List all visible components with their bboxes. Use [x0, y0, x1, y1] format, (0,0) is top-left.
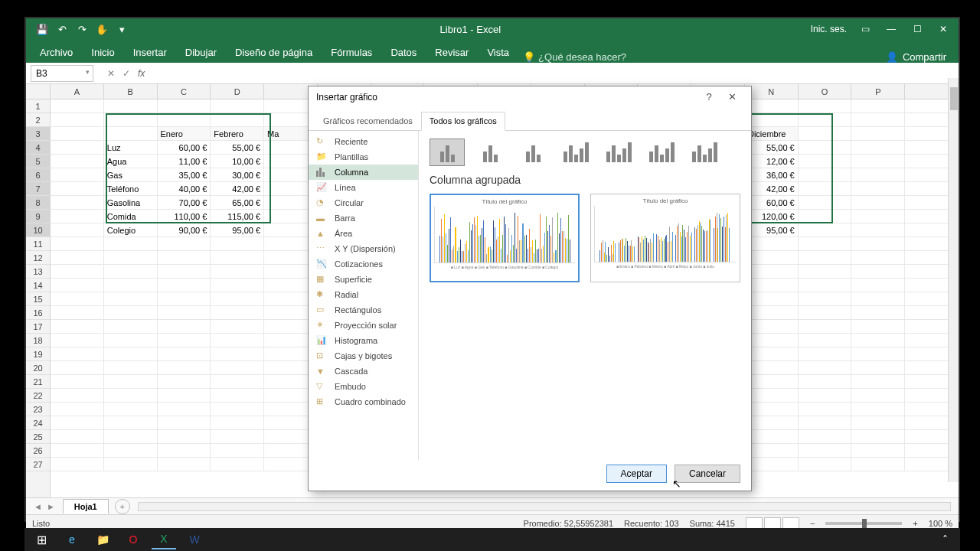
cell[interactable]	[211, 292, 264, 306]
category-proyeccinsolar[interactable]: ☀Proyección solar	[309, 318, 418, 333]
cell[interactable]	[104, 279, 158, 292]
cell[interactable]	[211, 458, 264, 471]
cell[interactable]	[799, 458, 852, 471]
row-header[interactable]: 20	[26, 361, 50, 375]
cell[interactable]	[51, 430, 104, 444]
cell[interactable]	[799, 251, 852, 265]
cell[interactable]	[51, 458, 104, 471]
category-rectngulos[interactable]: ▭Rectángulos	[309, 302, 418, 318]
cell[interactable]	[799, 347, 852, 361]
cell[interactable]	[51, 403, 104, 416]
cell[interactable]	[158, 375, 211, 389]
column-header[interactable]: B	[104, 84, 158, 99]
cell[interactable]	[851, 279, 905, 292]
cell[interactable]	[745, 237, 799, 251]
cell[interactable]	[799, 416, 852, 430]
row-header[interactable]: 3	[26, 127, 50, 141]
cell[interactable]	[799, 403, 852, 416]
cell[interactable]	[104, 320, 158, 334]
cell[interactable]	[51, 347, 104, 361]
cell[interactable]	[211, 320, 264, 334]
zoom-out-icon[interactable]: −	[810, 519, 815, 528]
tab-datos[interactable]: Datos	[381, 42, 426, 63]
cell[interactable]	[745, 430, 799, 444]
row-header[interactable]: 12	[26, 251, 50, 265]
category-circular[interactable]: ◔Circular	[309, 195, 418, 210]
column-subtype-1[interactable]	[472, 139, 508, 166]
cell[interactable]: 95,00 €	[211, 223, 264, 237]
cell[interactable]	[799, 265, 852, 279]
accept-formula-icon[interactable]: ✓	[122, 68, 130, 79]
column-header[interactable]: N	[745, 84, 799, 99]
cell[interactable]	[104, 403, 158, 416]
cell[interactable]	[799, 223, 852, 237]
row-header[interactable]: 10	[26, 223, 50, 237]
cell[interactable]: 95,00 €	[745, 223, 799, 237]
cell[interactable]	[851, 306, 905, 320]
row-header[interactable]: 26	[26, 444, 50, 458]
cell[interactable]	[799, 237, 852, 251]
cell[interactable]	[51, 210, 104, 223]
cell[interactable]	[799, 99, 852, 113]
cell[interactable]	[799, 375, 852, 389]
cell[interactable]	[211, 265, 264, 279]
cell[interactable]: Colegio	[104, 223, 158, 237]
sheet-prev-icon[interactable]: ◄	[34, 502, 42, 511]
cancel-formula-icon[interactable]: ✕	[107, 68, 115, 79]
tab-vista[interactable]: Vista	[478, 42, 518, 63]
cell[interactable]	[51, 168, 104, 182]
column-subtype-4[interactable]	[601, 139, 636, 166]
cell[interactable]	[745, 306, 799, 320]
cell[interactable]	[104, 99, 158, 113]
category-embudo[interactable]: ▽Embudo	[309, 379, 418, 394]
cell[interactable]	[851, 347, 905, 361]
row-header[interactable]: 18	[26, 334, 50, 347]
name-box[interactable]: B3	[31, 65, 93, 82]
cell[interactable]	[745, 361, 799, 375]
zoom-in-icon[interactable]: +	[913, 519, 917, 528]
category-cascada[interactable]: ▼Cascada	[309, 364, 418, 379]
cell[interactable]	[745, 403, 799, 416]
cell[interactable]	[799, 320, 852, 334]
cell[interactable]	[745, 444, 799, 458]
cell[interactable]	[851, 334, 905, 347]
cell[interactable]	[851, 182, 905, 196]
close-window-icon[interactable]: ✕	[936, 24, 951, 34]
horizontal-scrollbar[interactable]	[138, 502, 951, 511]
cell[interactable]	[51, 196, 104, 210]
cell[interactable]	[745, 292, 799, 306]
share-button[interactable]: 👤Compartir	[878, 51, 954, 63]
column-header[interactable]: O	[799, 84, 852, 99]
tab-dibujar[interactable]: Dibujar	[176, 42, 226, 63]
row-header[interactable]: 6	[26, 168, 50, 182]
cell[interactable]	[211, 430, 264, 444]
cell[interactable]	[158, 265, 211, 279]
cell[interactable]	[851, 99, 905, 113]
cell[interactable]	[158, 292, 211, 306]
column-header[interactable]: P	[851, 84, 905, 99]
cell[interactable]	[851, 155, 905, 168]
cell[interactable]: 90,00 €	[158, 223, 211, 237]
cell[interactable]	[51, 416, 104, 430]
cell[interactable]	[745, 416, 799, 430]
cell[interactable]	[745, 458, 799, 471]
row-header[interactable]: 1	[26, 99, 50, 113]
cell[interactable]	[851, 361, 905, 375]
cell[interactable]	[158, 334, 211, 347]
cell[interactable]	[104, 292, 158, 306]
category-lnea[interactable]: 📈Línea	[309, 180, 418, 195]
vertical-scrollbar[interactable]	[948, 78, 959, 482]
cell[interactable]	[211, 99, 264, 113]
cell[interactable]	[745, 389, 799, 403]
cell[interactable]	[211, 279, 264, 292]
cell[interactable]	[211, 237, 264, 251]
cell[interactable]	[104, 458, 158, 471]
column-header[interactable]: A	[51, 84, 104, 99]
cell[interactable]	[851, 251, 905, 265]
add-sheet-button[interactable]: +	[115, 499, 130, 514]
row-header[interactable]: 24	[26, 416, 50, 430]
cell[interactable]	[851, 292, 905, 306]
cell[interactable]	[211, 416, 264, 430]
cell[interactable]	[158, 320, 211, 334]
cell[interactable]	[211, 251, 264, 265]
